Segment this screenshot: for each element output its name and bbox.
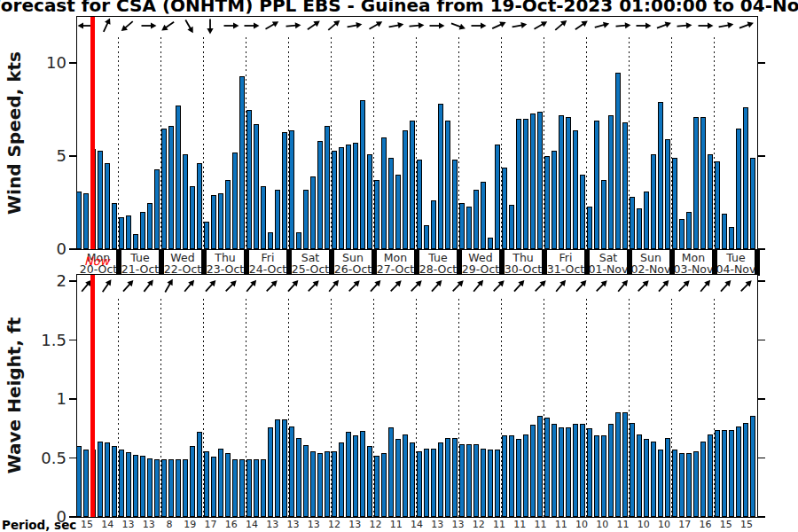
y-axis-tick-right: [758, 458, 765, 459]
period-value: 10: [571, 519, 592, 530]
y-axis-tick-right: [758, 155, 765, 157]
wind-bar: [481, 182, 487, 249]
day-gridline: [246, 299, 247, 517]
wave-bar: [154, 459, 160, 517]
period-value: 13: [303, 519, 325, 530]
period-value: 15: [76, 519, 98, 530]
wave-direction-arrow: [427, 278, 445, 295]
wave-direction-arrow: [366, 278, 384, 295]
wind-bar: [246, 110, 253, 250]
period-value: 13: [262, 519, 283, 530]
wind-bar: [325, 126, 331, 249]
wave-bar: [197, 432, 203, 517]
period-value: 13: [138, 519, 160, 530]
wave-direction-arrow: [119, 278, 137, 295]
wave-direction-arrow: [572, 278, 590, 295]
wind-bar: [736, 129, 742, 250]
wind-bar: [126, 215, 132, 249]
wave-bar: [488, 450, 494, 517]
wave-bar: [736, 426, 742, 517]
wind-bar: [161, 129, 168, 250]
wind-bar: [445, 121, 451, 249]
period-value: 15: [736, 519, 757, 530]
y-axis-tick-label: 0: [27, 239, 66, 258]
wind-direction-arrow: [654, 17, 672, 35]
wind-axis-title: Wind Speed, kts: [4, 51, 25, 215]
day-label: Tue04-Nov: [715, 252, 757, 275]
wind-bar: [473, 190, 480, 249]
wave-bar: [708, 434, 714, 517]
period-value: 13: [448, 519, 469, 530]
day-gridline: [544, 299, 545, 517]
wave-bar: [750, 416, 756, 517]
wind-bar: [176, 106, 182, 249]
day-gridline: [501, 299, 503, 517]
wind-direction-arrow: [469, 17, 487, 35]
y-axis-tick-label: 2: [27, 271, 66, 290]
day-axis-tick: [584, 250, 590, 276]
wave-bar: [679, 453, 685, 517]
wind-bar: [317, 141, 324, 249]
wave-direction-arrow: [510, 278, 528, 295]
wind-bar: [353, 143, 359, 249]
day-axis-tick: [627, 250, 632, 276]
wind-bar: [715, 161, 721, 249]
wind-bar: [168, 126, 175, 249]
day-gridline: [416, 299, 418, 517]
day-label: Fri31-Oct: [544, 252, 587, 275]
wind-direction-arrow: [407, 17, 425, 35]
wind-bar: [112, 203, 118, 250]
wind-bar: [630, 197, 636, 249]
wave-bar: [594, 435, 600, 517]
wind-bar: [523, 119, 529, 249]
wave-bar: [658, 450, 664, 517]
wind-bar: [254, 124, 260, 249]
wave-bar: [374, 456, 380, 517]
period-value: 11: [613, 519, 634, 530]
wind-bar: [509, 205, 515, 249]
wave-bar: [105, 442, 111, 517]
wave-bar: [303, 445, 309, 517]
date-axis-strip: Mon20-OctTue21-OctWed22-OctThu23-OctFri2…: [78, 250, 760, 276]
wave-bar: [261, 459, 267, 517]
y-axis-tick: [69, 458, 76, 459]
wind-bar: [438, 104, 444, 249]
wave-direction-arrow: [614, 278, 631, 295]
wave-direction-arrow: [139, 278, 157, 295]
wind-direction-arrow: [160, 17, 177, 35]
wind-direction-arrow: [572, 17, 590, 35]
period-value: 11: [551, 519, 572, 530]
day-axis-tick: [499, 250, 505, 276]
wave-bar: [715, 430, 721, 517]
period-value: 11: [489, 519, 510, 530]
wind-bar: [559, 115, 565, 249]
wave-bar: [360, 431, 366, 517]
wave-bar: [431, 449, 437, 517]
wave-direction-arrow: [180, 278, 198, 295]
wave-bar: [183, 459, 189, 517]
day-axis-tick: [457, 250, 462, 276]
wind-bar: [679, 219, 685, 249]
day-gridline: [458, 299, 460, 517]
day-axis-tick: [201, 250, 207, 276]
wave-bar: [98, 442, 104, 517]
wave-bar: [147, 458, 153, 518]
wave-bar: [693, 451, 700, 517]
day-label: Wed29-Oct: [459, 252, 502, 275]
wave-direction-arrow: [222, 278, 239, 295]
wave-bar: [665, 438, 671, 517]
day-label: Thu23-Oct: [204, 252, 246, 275]
y-axis-tick-right: [758, 340, 765, 341]
wave-bar: [459, 444, 466, 517]
wind-direction-arrow: [180, 17, 198, 35]
day-gridline: [501, 37, 503, 249]
wind-bar: [537, 112, 544, 249]
wave-bar: [615, 412, 622, 517]
wind-bar: [686, 212, 692, 249]
day-gridline: [714, 299, 716, 517]
wave-bar: [630, 423, 636, 517]
day-gridline: [714, 37, 716, 249]
wave-bar: [367, 446, 373, 517]
wind-bar: [502, 168, 508, 249]
wind-direction-arrow: [552, 17, 569, 35]
